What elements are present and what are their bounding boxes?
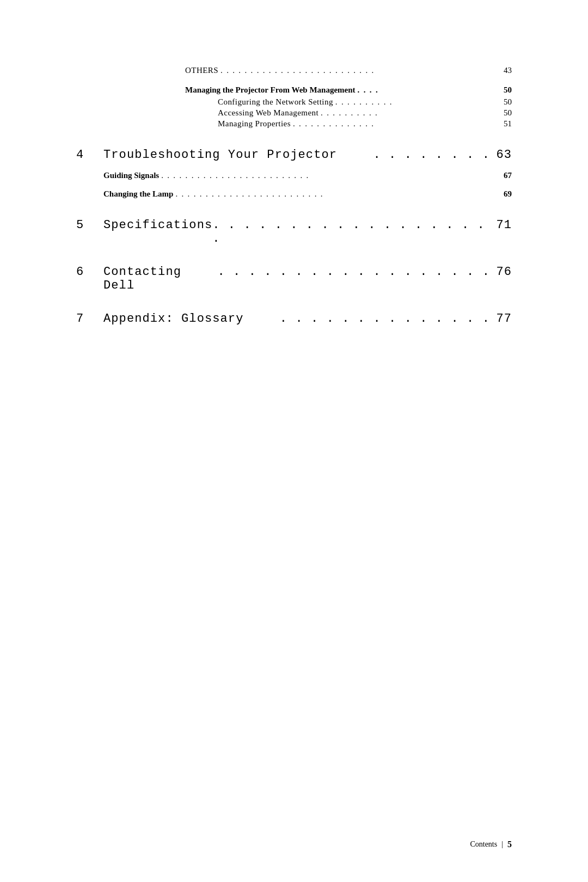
guiding-signals-entry: Guiding Signals . . . . . . . . . . . . … [76, 170, 512, 180]
configuring-page: 50 [498, 97, 512, 107]
chapter-4-dots: . . . . . . . . [373, 148, 490, 162]
managing-props-label: Managing Properties [218, 119, 291, 128]
chapter-7: 7 Appendix: Glossary . . . . . . . . . .… [76, 312, 512, 326]
chapter-5-dots: . . . . . . . . . . . . . . . . . . . [212, 218, 490, 246]
chapter-4: 4 Troubleshooting Your Projector . . . .… [76, 148, 512, 199]
chapter-6-dots: . . . . . . . . . . . . . . . . . . [217, 265, 490, 279]
chapter-5-title: Specifications [103, 218, 212, 232]
changing-lamp-page: 69 [495, 189, 512, 199]
chapter-5: 5 Specifications . . . . . . . . . . . .… [76, 218, 512, 246]
chapter-7-number: 7 [76, 312, 103, 326]
web-mgmt-entry: Managing the Projector From Web Manageme… [76, 85, 512, 95]
chapter-6-number: 6 [76, 265, 103, 279]
configuring-label: Configuring the Network Setting [218, 97, 333, 107]
chapter-7-title: Appendix: Glossary [103, 312, 280, 326]
managing-props-dots: . . . . . . . . . . . . . . [293, 119, 375, 128]
chapter-5-number: 5 [76, 218, 103, 232]
chapter-5-page: 71 [490, 218, 512, 232]
others-page: 43 [498, 66, 512, 75]
accessing-label: Accessing Web Management [218, 108, 318, 118]
chapter-6: 6 Contacting Dell . . . . . . . . . . . … [76, 265, 512, 292]
footer-contents-text: Contents [470, 840, 497, 849]
guiding-signals-page: 67 [495, 171, 512, 180]
sub-item-configuring: Configuring the Network Setting . . . . … [76, 97, 512, 107]
chapter-6-title: Contacting Dell [103, 265, 217, 292]
others-label: OTHERS [185, 66, 218, 75]
guiding-signals-dots: . . . . . . . . . . . . . . . . . . . . … [161, 171, 309, 180]
accessing-dots: . . . . . . . . . . [321, 108, 378, 117]
chapter-4-page: 63 [490, 148, 512, 162]
page-content: OTHERS . . . . . . . . . . . . . . . . .… [0, 0, 588, 375]
sub-item-accessing: Accessing Web Management . . . . . . . .… [76, 108, 512, 118]
sub-item-managing-props: Managing Properties . . . . . . . . . . … [76, 119, 512, 128]
configuring-dots: . . . . . . . . . . [335, 97, 393, 106]
changing-lamp-entry: Changing the Lamp . . . . . . . . . . . … [76, 189, 512, 199]
web-mgmt-label: Managing the Projector From Web Manageme… [185, 85, 356, 95]
accessing-page: 50 [498, 108, 512, 118]
managing-props-page: 51 [498, 119, 512, 128]
footer: Contents | 5 [470, 840, 512, 849]
guiding-signals-label: Guiding Signals [103, 171, 159, 180]
footer-page-number: 5 [507, 840, 512, 849]
web-mgmt-dots: . . . . [358, 85, 379, 94]
others-dots: . . . . . . . . . . . . . . . . . . . . … [220, 66, 375, 75]
changing-lamp-dots: . . . . . . . . . . . . . . . . . . . . … [175, 189, 323, 198]
chapter-7-dots: . . . . . . . . . . . . . . [280, 312, 490, 326]
others-entry: OTHERS . . . . . . . . . . . . . . . . .… [76, 65, 512, 75]
web-mgmt-page: 50 [498, 85, 512, 95]
chapter-7-page: 77 [490, 312, 512, 326]
chapter-4-number: 4 [76, 148, 103, 162]
changing-lamp-label: Changing the Lamp [103, 189, 173, 199]
chapter-4-title: Troubleshooting Your Projector [103, 148, 373, 162]
chapter-6-page: 76 [490, 265, 512, 279]
footer-separator: | [501, 840, 503, 849]
